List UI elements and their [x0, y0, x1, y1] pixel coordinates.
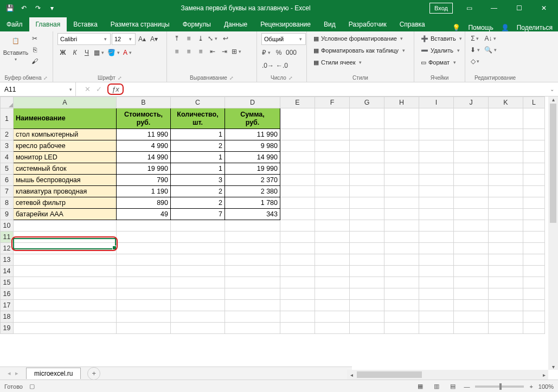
share-icon[interactable]: 👤	[501, 24, 509, 31]
delete-cells-button[interactable]: ➖Удалить▾	[419, 45, 463, 56]
close-button[interactable]: ✕	[532, 1, 556, 16]
col-header-C[interactable]: C	[171, 97, 225, 108]
cell-C5[interactable]: 1	[171, 163, 225, 175]
conditional-format-button[interactable]: ▦Условное форматирование▾	[311, 33, 407, 44]
align-left-icon[interactable]: ≡	[171, 46, 182, 57]
increase-decimal-icon[interactable]: .0→	[261, 60, 274, 71]
cell-F10[interactable]	[315, 220, 350, 232]
orientation-icon[interactable]: ⤡▾	[207, 33, 219, 44]
cell-K1[interactable]	[489, 108, 523, 129]
cell-J1[interactable]	[454, 108, 489, 129]
cell-B7[interactable]: 1 190	[117, 186, 171, 197]
name-box[interactable]: A11▾	[0, 82, 76, 96]
cell-L15[interactable]	[523, 277, 545, 288]
cell-G10[interactable]	[350, 220, 384, 232]
save-icon[interactable]: 💾	[3, 2, 16, 15]
cell-D2[interactable]: 11 990	[225, 129, 280, 140]
italic-button[interactable]: К	[69, 47, 80, 58]
cell-F18[interactable]	[315, 311, 350, 323]
cell-K12[interactable]	[489, 243, 523, 254]
cell-L5[interactable]	[523, 163, 545, 175]
row-header-17[interactable]: 17	[1, 300, 14, 311]
cell-G6[interactable]	[350, 175, 384, 186]
cell-B15[interactable]	[117, 277, 171, 288]
row-header-5[interactable]: 5	[1, 163, 14, 175]
font-name-select[interactable]: Calibri▾	[57, 33, 111, 45]
tell-me-icon[interactable]: 💡	[452, 24, 460, 31]
cell-C11[interactable]	[171, 232, 225, 243]
cell-K10[interactable]	[489, 220, 523, 232]
cell-K7[interactable]	[489, 186, 523, 197]
cell-F1[interactable]	[315, 108, 350, 129]
cell-I17[interactable]	[419, 300, 454, 311]
cell-H15[interactable]	[384, 277, 419, 288]
cell-C2[interactable]: 1	[171, 129, 225, 140]
fill-color-icon[interactable]: 🪣▾	[107, 47, 121, 58]
cell-J17[interactable]	[454, 300, 489, 311]
cell-B10[interactable]	[117, 220, 171, 232]
row-header-4[interactable]: 4	[1, 152, 14, 163]
grow-font-icon[interactable]: A▴	[137, 34, 147, 44]
tab-review[interactable]: Рецензирование	[254, 17, 317, 31]
tab-view[interactable]: Вид	[317, 17, 342, 31]
cell-K14[interactable]	[489, 266, 523, 277]
cell-D14[interactable]	[225, 266, 280, 277]
cell-E7[interactable]	[280, 186, 315, 197]
cell-C18[interactable]	[171, 311, 225, 323]
cell-H1[interactable]	[384, 108, 419, 129]
cell-E9[interactable]	[280, 209, 315, 220]
zoom-slider[interactable]	[475, 385, 524, 388]
cell-K2[interactable]	[489, 129, 523, 140]
cell-D4[interactable]: 14 990	[225, 152, 280, 163]
cell-E6[interactable]	[280, 175, 315, 186]
align-middle-icon[interactable]: ≡	[183, 33, 194, 44]
cell-K13[interactable]	[489, 254, 523, 266]
row-header-1[interactable]: 1	[1, 108, 14, 129]
cell-C14[interactable]	[171, 266, 225, 277]
cell-C17[interactable]	[171, 300, 225, 311]
cell-A19[interactable]	[14, 323, 117, 334]
cell-L17[interactable]	[523, 300, 545, 311]
col-header-D[interactable]: D	[225, 97, 280, 108]
cell-A10[interactable]	[14, 220, 117, 232]
cell-L14[interactable]	[523, 266, 545, 277]
autosum-icon[interactable]: Σ▾	[470, 33, 482, 44]
font-launcher-icon[interactable]: ⤢	[118, 75, 122, 81]
share-label[interactable]: Поделиться	[517, 24, 553, 31]
cell-C6[interactable]: 3	[171, 175, 225, 186]
cell-J19[interactable]	[454, 323, 489, 334]
format-cells-button[interactable]: ▭Формат▾	[419, 57, 459, 68]
cell-A6[interactable]: мышь беспроводная	[14, 175, 117, 186]
cell-F3[interactable]	[315, 140, 350, 152]
cell-H14[interactable]	[384, 266, 419, 277]
cell-F13[interactable]	[315, 254, 350, 266]
cell-E5[interactable]	[280, 163, 315, 175]
cell-J4[interactable]	[454, 152, 489, 163]
cell-F7[interactable]	[315, 186, 350, 197]
cell-J5[interactable]	[454, 163, 489, 175]
cell-B16[interactable]	[117, 288, 171, 300]
cell-L2[interactable]	[523, 129, 545, 140]
cell-G19[interactable]	[350, 323, 384, 334]
fill-icon[interactable]: ⬇▾	[470, 44, 482, 55]
decrease-decimal-icon[interactable]: ←.0	[275, 60, 288, 71]
cell-J3[interactable]	[454, 140, 489, 152]
cell-E13[interactable]	[280, 254, 315, 266]
cell-E10[interactable]	[280, 220, 315, 232]
horizontal-scroll-thumb[interactable]	[357, 371, 422, 378]
cell-C15[interactable]	[171, 277, 225, 288]
redo-icon[interactable]: ↷	[31, 2, 44, 15]
grid[interactable]: ABCDEFGHIJKL1НаименованиеСтоимость,руб.К…	[0, 97, 545, 334]
cell-J8[interactable]	[454, 197, 489, 209]
cell-K15[interactable]	[489, 277, 523, 288]
insert-cells-button[interactable]: ➕Вставить▾	[419, 33, 466, 44]
cell-J9[interactable]	[454, 209, 489, 220]
row-header-18[interactable]: 18	[1, 311, 14, 323]
cell-I11[interactable]	[419, 232, 454, 243]
cell-K8[interactable]	[489, 197, 523, 209]
cell-G17[interactable]	[350, 300, 384, 311]
cell-D1[interactable]: Сумма,руб.	[225, 108, 280, 129]
cell-A17[interactable]	[14, 300, 117, 311]
cell-A8[interactable]: сетевой фильтр	[14, 197, 117, 209]
cell-H12[interactable]	[384, 243, 419, 254]
